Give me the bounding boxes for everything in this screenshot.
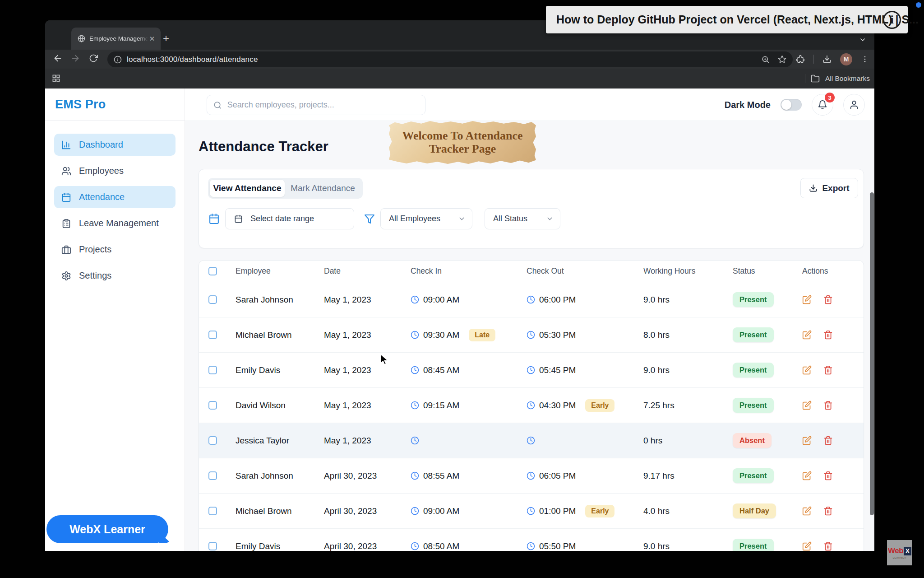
status-filter-value: All Status bbox=[493, 214, 546, 224]
row-checkbox[interactable] bbox=[208, 436, 217, 445]
sidebar-item-employees[interactable]: Employees bbox=[54, 160, 176, 182]
notification-badge: 3 bbox=[825, 93, 835, 103]
employee-name: Jessica Taylor bbox=[226, 436, 314, 446]
back-icon[interactable] bbox=[53, 53, 63, 65]
table-row: Michael Brown May 1, 2023 09:30 AM Late … bbox=[199, 317, 864, 353]
downloads-icon[interactable] bbox=[822, 55, 832, 64]
employee-name: Emily Davis bbox=[226, 365, 314, 375]
employee-name: David Wilson bbox=[226, 401, 314, 410]
search-input[interactable] bbox=[227, 100, 419, 110]
edit-icon[interactable] bbox=[802, 295, 812, 304]
clock-icon bbox=[411, 366, 419, 374]
dark-mode-toggle[interactable] bbox=[781, 99, 802, 111]
tab-favicon-globe-icon bbox=[78, 35, 85, 42]
edit-icon[interactable] bbox=[802, 436, 812, 445]
folder-icon bbox=[811, 74, 820, 83]
banner-line2: Tracker Page bbox=[429, 143, 496, 156]
edit-icon[interactable] bbox=[802, 365, 812, 375]
chevron-down-icon[interactable] bbox=[857, 34, 869, 46]
page-title: Attendance Tracker bbox=[199, 139, 328, 155]
delete-icon[interactable] bbox=[823, 295, 833, 304]
welcome-banner: Welcome To Attendance Tracker Page bbox=[389, 121, 536, 164]
export-label: Export bbox=[822, 183, 849, 193]
select-all-checkbox[interactable] bbox=[208, 267, 217, 275]
row-checkbox[interactable] bbox=[208, 471, 217, 480]
search-box[interactable] bbox=[207, 95, 425, 115]
browser-tab[interactable]: Employee Management Syste ✕ bbox=[71, 28, 161, 50]
status-badge: Half Day bbox=[733, 503, 776, 518]
date-cell: May 1, 2023 bbox=[314, 401, 401, 410]
row-checkbox[interactable] bbox=[208, 401, 217, 410]
tab-view-attendance[interactable]: View Attendance bbox=[210, 180, 285, 197]
reload-icon[interactable] bbox=[89, 54, 98, 65]
edit-icon[interactable] bbox=[802, 471, 812, 480]
employee-filter-value: All Employees bbox=[389, 214, 458, 224]
watermark-subtext: LEARNER bbox=[893, 556, 907, 559]
bubble-label: WebX Learner bbox=[69, 523, 145, 536]
clock-icon bbox=[411, 295, 419, 304]
sidebar-item-settings[interactable]: Settings bbox=[54, 265, 176, 287]
browser-profile-avatar[interactable]: M bbox=[840, 53, 852, 65]
check-out-time: 06:00 PM bbox=[539, 295, 576, 305]
bookmark-star-icon[interactable] bbox=[778, 55, 786, 64]
column-header: Status bbox=[715, 266, 795, 276]
delete-icon[interactable] bbox=[823, 541, 833, 551]
notifications-button[interactable]: 3 bbox=[812, 94, 833, 116]
row-checkbox[interactable] bbox=[208, 366, 217, 374]
sidebar-item-attendance[interactable]: Attendance bbox=[54, 186, 176, 208]
row-checkbox[interactable] bbox=[208, 542, 217, 550]
delete-icon[interactable] bbox=[823, 330, 833, 340]
new-tab-button[interactable]: + bbox=[163, 32, 169, 45]
column-header: Date bbox=[314, 266, 401, 276]
calendar-icon[interactable] bbox=[208, 213, 220, 224]
delete-icon[interactable] bbox=[823, 365, 833, 375]
all-bookmarks-label[interactable]: All Bookmarks bbox=[825, 75, 870, 83]
delete-icon[interactable] bbox=[823, 506, 833, 516]
toggle-knob bbox=[781, 100, 791, 110]
edit-icon[interactable] bbox=[802, 330, 812, 340]
row-checkbox[interactable] bbox=[208, 295, 217, 304]
date-cell: May 1, 2023 bbox=[314, 330, 401, 340]
apps-grid-icon[interactable] bbox=[52, 74, 60, 84]
delete-icon[interactable] bbox=[823, 436, 833, 445]
site-info-icon[interactable] bbox=[114, 56, 122, 64]
edit-icon[interactable] bbox=[802, 541, 812, 551]
table-row: Michael Brown April 30, 2023 09:00 AM 01… bbox=[199, 494, 864, 529]
employee-filter-select[interactable]: All Employees bbox=[380, 208, 472, 229]
sidebar-item-projects[interactable]: Projects bbox=[54, 238, 176, 261]
clock-icon bbox=[527, 507, 535, 515]
column-header: Working Hours bbox=[634, 266, 715, 276]
profile-button[interactable] bbox=[843, 94, 865, 116]
table-row: David Wilson May 1, 2023 09:15 AM 04:30 … bbox=[199, 388, 864, 423]
delete-icon[interactable] bbox=[823, 471, 833, 480]
bookmarks-bar: All Bookmarks bbox=[45, 69, 874, 89]
delete-icon[interactable] bbox=[823, 401, 833, 410]
edit-icon[interactable] bbox=[802, 401, 812, 410]
edit-icon[interactable] bbox=[802, 506, 812, 516]
sidebar-item-leave-management[interactable]: Leave Management bbox=[54, 212, 176, 234]
briefcase-icon bbox=[61, 245, 71, 255]
tab-title: Employee Management Syste bbox=[89, 35, 148, 42]
row-checkbox[interactable] bbox=[208, 507, 217, 515]
date-cell: April 30, 2023 bbox=[314, 506, 401, 516]
clock-icon bbox=[411, 401, 419, 410]
filter-funnel-icon[interactable] bbox=[364, 214, 375, 224]
toolbar-divider bbox=[813, 55, 814, 64]
zoom-page-icon[interactable] bbox=[761, 55, 770, 64]
extensions-icon[interactable] bbox=[796, 55, 805, 64]
check-out-time: 04:30 PM bbox=[539, 401, 576, 410]
forward-icon[interactable] bbox=[70, 53, 80, 65]
url-bar[interactable]: localhost:3000/dashboard/attendance bbox=[107, 51, 793, 67]
working-hours: 9.0 hrs bbox=[634, 541, 715, 551]
tab-close-icon[interactable]: ✕ bbox=[148, 35, 156, 43]
row-checkbox[interactable] bbox=[208, 331, 217, 339]
clock-icon bbox=[411, 507, 419, 515]
browser-menu-icon[interactable] bbox=[861, 55, 869, 63]
status-filter-select[interactable]: All Status bbox=[485, 208, 560, 229]
date-range-input[interactable]: Select date range bbox=[225, 208, 354, 229]
tab-mark-attendance[interactable]: Mark Attendance bbox=[285, 180, 361, 197]
clock-icon bbox=[411, 331, 419, 339]
sidebar-item-dashboard[interactable]: Dashboard bbox=[54, 134, 176, 156]
export-button[interactable]: Export bbox=[800, 178, 858, 198]
working-hours: 9.0 hrs bbox=[634, 365, 715, 375]
